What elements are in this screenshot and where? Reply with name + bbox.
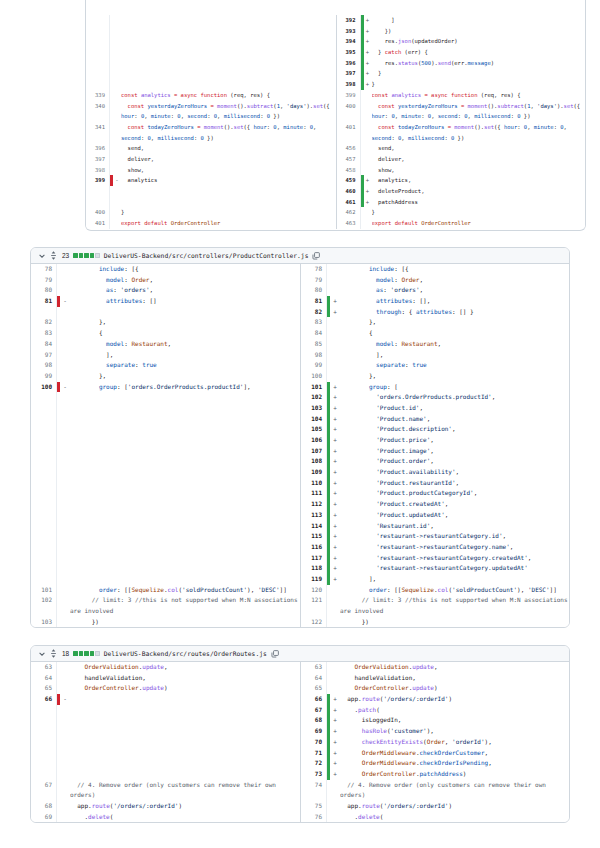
line-number[interactable]: 341 [86,122,110,133]
line-number[interactable]: 65 [301,683,327,694]
line-number[interactable]: 67 [31,780,57,791]
file-path[interactable]: DeliverUS-Backend/src/controllers/Produc… [104,252,309,259]
chevron-down-icon[interactable] [38,650,46,658]
line-number[interactable]: 111 [301,488,327,499]
line-number[interactable]: 67 [301,705,327,716]
line-number[interactable]: 457 [337,154,361,165]
line-number[interactable]: 99 [31,371,57,382]
copy-icon[interactable] [312,252,320,260]
line-number[interactable]: 109 [301,467,327,478]
line-number[interactable]: 462 [337,207,361,218]
line-number[interactable]: 461 [337,197,361,208]
line-number[interactable]: 63 [301,662,327,673]
line-number[interactable]: 339 [86,90,110,101]
line-number[interactable]: 82 [31,317,57,328]
line-number[interactable]: 395 [337,47,361,58]
line-number[interactable]: 463 [337,218,361,229]
line-number[interactable]: 97 [31,350,57,361]
line-number[interactable]: 81 [301,296,327,307]
line-number[interactable]: 118 [301,563,327,574]
line-number[interactable]: 116 [301,542,327,553]
unfold-icon[interactable] [50,251,57,260]
line-number[interactable]: 99 [301,360,327,371]
line-number[interactable]: 459 [337,175,361,186]
line-number[interactable]: 458 [337,165,361,176]
line-number[interactable]: 98 [301,350,327,361]
chevron-down-icon[interactable] [38,252,46,260]
line-number[interactable]: 66 [301,694,327,705]
line-number[interactable]: 103 [31,617,57,628]
line-number[interactable]: 66 [31,694,57,705]
line-number[interactable]: 68 [31,801,57,812]
line-number[interactable]: 101 [31,585,57,596]
line-number[interactable]: 79 [31,275,57,286]
line-number[interactable]: 110 [301,478,327,489]
line-number[interactable]: 105 [301,424,327,435]
line-number[interactable]: 113 [301,510,327,521]
line-number[interactable]: 83 [301,317,327,328]
line-number[interactable]: 101 [301,382,327,393]
line-number[interactable]: 69 [31,812,57,823]
unfold-icon[interactable] [50,649,57,658]
line-number[interactable]: 69 [301,726,327,737]
line-number[interactable]: 400 [337,101,361,112]
line-number[interactable]: 107 [301,446,327,457]
line-number[interactable]: 82 [301,307,327,318]
line-number[interactable]: 70 [301,737,327,748]
line-number[interactable]: 115 [301,531,327,542]
line-number[interactable]: 399 [86,175,110,186]
line-number[interactable]: 108 [301,456,327,467]
line-number[interactable]: 75 [301,801,327,812]
line-number[interactable]: 81 [31,296,57,307]
line-number[interactable]: 106 [301,435,327,446]
line-number[interactable]: 71 [301,748,327,759]
line-number[interactable]: 100 [31,382,57,393]
line-number[interactable]: 78 [301,264,327,275]
line-number[interactable]: 401 [337,122,361,133]
line-number[interactable]: 393 [337,26,361,37]
line-number[interactable]: 401 [86,218,110,229]
line-number[interactable]: 398 [86,165,110,176]
line-number[interactable]: 394 [337,36,361,47]
line-number[interactable]: 122 [301,617,327,628]
line-number[interactable]: 65 [31,683,57,694]
line-number[interactable]: 83 [31,328,57,339]
file-path[interactable]: DeliverUS-Backend/src/routes/OrderRoutes… [104,650,267,657]
line-number[interactable]: 400 [86,207,110,218]
line-number[interactable]: 397 [86,154,110,165]
line-number[interactable]: 72 [301,758,327,769]
line-number[interactable]: 64 [31,673,57,684]
line-number[interactable]: 104 [301,414,327,425]
line-number[interactable]: 85 [301,339,327,350]
line-number[interactable]: 396 [86,143,110,154]
line-number[interactable]: 456 [337,143,361,154]
line-number[interactable]: 392 [337,15,361,26]
line-number[interactable]: 102 [31,595,57,606]
line-number[interactable]: 399 [337,90,361,101]
line-number[interactable]: 80 [31,285,57,296]
line-number[interactable]: 78 [31,264,57,275]
line-number[interactable]: 84 [31,339,57,350]
line-number[interactable]: 396 [337,58,361,69]
line-number[interactable]: 121 [301,595,327,606]
line-number[interactable]: 397 [337,68,361,79]
line-number[interactable]: 100 [301,371,327,382]
line-number[interactable]: 340 [86,101,110,112]
copy-icon[interactable] [271,650,279,658]
line-number[interactable]: 398 [337,79,361,90]
line-number[interactable]: 73 [301,769,327,780]
line-number[interactable]: 76 [301,812,327,823]
line-number[interactable]: 112 [301,499,327,510]
line-number[interactable]: 114 [301,521,327,532]
line-number[interactable]: 119 [301,574,327,585]
line-number[interactable]: 103 [301,403,327,414]
line-number[interactable]: 80 [301,285,327,296]
line-number[interactable]: 120 [301,585,327,596]
line-number[interactable]: 68 [301,715,327,726]
line-number[interactable]: 79 [301,275,327,286]
line-number[interactable]: 102 [301,392,327,403]
line-number[interactable]: 460 [337,186,361,197]
line-number[interactable]: 74 [301,780,327,791]
line-number[interactable]: 98 [31,360,57,371]
line-number[interactable]: 117 [301,553,327,564]
